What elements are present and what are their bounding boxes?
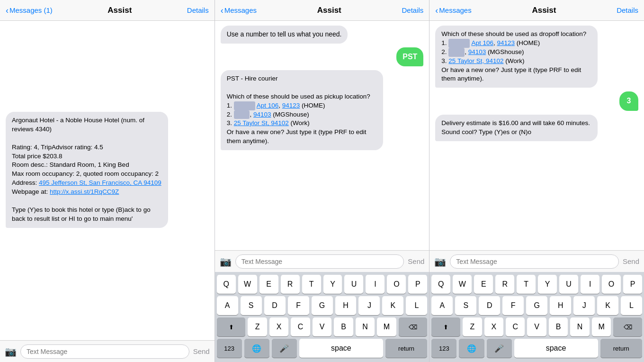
detail-button-2[interactable]: Details xyxy=(402,6,423,14)
key-U[interactable]: U xyxy=(344,275,363,294)
key-3-B[interactable]: B xyxy=(549,317,568,336)
text-input-1[interactable] xyxy=(20,344,189,359)
mic-key-2[interactable]: 🎤 xyxy=(272,339,297,358)
bubble-row-2-3: PST - Hire courier Which of these should… xyxy=(221,70,424,150)
zip-link-3[interactable]: 94123 xyxy=(497,39,515,46)
apt-link-1[interactable]: Apt 106 xyxy=(257,102,279,109)
key-3-D[interactable]: D xyxy=(479,296,500,315)
taylor-st-link-3[interactable]: 25 Taylor St, 94102 xyxy=(448,57,503,64)
bubble-row-hotel-info: Argonaut Hotel - a Noble House Hotel (nu… xyxy=(6,112,209,228)
zip-link-4[interactable]: 94103 xyxy=(468,48,486,55)
key-3-O[interactable]: O xyxy=(602,275,621,294)
key-V[interactable]: V xyxy=(313,317,331,336)
key-3-R[interactable]: R xyxy=(495,275,514,294)
mic-key-3[interactable]: 🎤 xyxy=(487,339,512,358)
camera-icon-1[interactable]: 📷 xyxy=(5,346,17,357)
backspace-key-2[interactable]: ⌫ xyxy=(399,317,428,336)
emoji-key-3[interactable]: 🌐 xyxy=(459,339,484,358)
taylor-st-link[interactable]: 25 Taylor St, 94102 xyxy=(234,119,289,127)
key-3-K[interactable]: K xyxy=(597,296,618,315)
back-button-2[interactable]: ‹ Messages xyxy=(221,6,257,15)
key-D[interactable]: D xyxy=(264,296,286,315)
num-key-3[interactable]: 123 xyxy=(431,339,456,358)
key-L[interactable]: L xyxy=(406,296,427,315)
key-Y[interactable]: Y xyxy=(323,275,342,294)
key-O[interactable]: O xyxy=(387,275,406,294)
hotel-address-link[interactable]: 495 Jefferson St, San Francisco, CA 9410… xyxy=(39,179,161,186)
key-3-E[interactable]: E xyxy=(474,275,493,294)
hotel-webpage-link[interactable]: http://x.assi.st/1RqCC9Z xyxy=(50,188,119,195)
return-key-3[interactable]: return xyxy=(600,339,642,358)
key-Z[interactable]: Z xyxy=(248,317,267,336)
key-T[interactable]: T xyxy=(302,275,321,294)
key-F[interactable]: F xyxy=(288,296,309,315)
zip-link-1[interactable]: 94123 xyxy=(282,102,300,109)
num-key-2[interactable]: 123 xyxy=(217,339,242,358)
camera-icon-3[interactable]: 📷 xyxy=(434,256,446,267)
key-M[interactable]: M xyxy=(377,317,396,336)
hotel-address-label: Address: xyxy=(12,179,39,186)
back-button-3[interactable]: ‹ Messages xyxy=(435,6,471,15)
shift-key-3[interactable]: ⬆ xyxy=(431,317,460,336)
key-C[interactable]: C xyxy=(291,317,310,336)
key-I[interactable]: I xyxy=(366,275,385,294)
key-3-W[interactable]: W xyxy=(453,275,472,294)
key-3-F[interactable]: F xyxy=(502,296,524,315)
input-area-1: 📷 Send xyxy=(0,340,215,362)
key-3-J[interactable]: J xyxy=(573,296,595,315)
hotel-rating: Rating: 4, TripAdvisor rating: 4.5 xyxy=(12,144,103,151)
key-W[interactable]: W xyxy=(238,275,257,294)
key-row-2-4: 123 🌐 🎤 space return xyxy=(217,339,428,358)
emoji-key-2[interactable]: 🌐 xyxy=(244,339,269,358)
key-N[interactable]: N xyxy=(356,317,375,336)
key-Q[interactable]: Q xyxy=(217,275,236,294)
key-B[interactable]: B xyxy=(334,317,353,336)
key-3-C[interactable]: C xyxy=(506,317,525,336)
key-S[interactable]: S xyxy=(241,296,262,315)
send-button-2[interactable]: Send xyxy=(408,257,424,265)
detail-button-3[interactable]: Details xyxy=(617,6,638,14)
key-3-T[interactable]: T xyxy=(517,275,536,294)
text-input-3[interactable] xyxy=(450,254,619,269)
key-P[interactable]: P xyxy=(408,275,427,294)
key-3-P[interactable]: P xyxy=(623,275,642,294)
zip-link-2[interactable]: 94103 xyxy=(253,111,271,118)
key-3-S[interactable]: S xyxy=(455,296,476,315)
key-X[interactable]: X xyxy=(269,317,288,336)
key-R[interactable]: R xyxy=(281,275,300,294)
send-button-3[interactable]: Send xyxy=(623,257,639,265)
key-G[interactable]: G xyxy=(312,296,333,315)
key-H[interactable]: H xyxy=(335,296,357,315)
key-3-Z[interactable]: Z xyxy=(463,317,482,336)
nav-bar-3: ‹ Messages Assist Details xyxy=(429,0,644,21)
text-input-2[interactable] xyxy=(235,254,404,269)
detail-button-1[interactable]: Details xyxy=(187,6,209,14)
bubble-row-hotel-image xyxy=(6,26,209,108)
key-K[interactable]: K xyxy=(382,296,403,315)
key-3-V[interactable]: V xyxy=(527,317,546,336)
return-key-2[interactable]: return xyxy=(385,339,427,358)
key-E[interactable]: E xyxy=(259,275,278,294)
key-3-M[interactable]: M xyxy=(592,317,611,336)
back-button-1[interactable]: ‹ Messages (1) xyxy=(6,6,53,15)
key-3-Q[interactable]: Q xyxy=(431,275,450,294)
key-3-G[interactable]: G xyxy=(526,296,547,315)
key-J[interactable]: J xyxy=(358,296,380,315)
key-3-U[interactable]: U xyxy=(559,275,578,294)
key-3-H[interactable]: H xyxy=(550,296,571,315)
shift-key-2[interactable]: ⬆ xyxy=(217,317,246,336)
key-3-X[interactable]: X xyxy=(484,317,503,336)
space-key-2[interactable]: space xyxy=(299,339,383,358)
key-3-I[interactable]: I xyxy=(581,275,599,294)
camera-icon-2[interactable]: 📷 xyxy=(220,256,232,267)
key-A[interactable]: A xyxy=(217,296,238,315)
apt-link-3[interactable]: Apt 106 xyxy=(471,39,493,46)
input-area-2: 📷 Send xyxy=(215,250,429,272)
backspace-key-3[interactable]: ⌫ xyxy=(613,317,642,336)
space-key-3[interactable]: space xyxy=(514,339,598,358)
key-3-Y[interactable]: Y xyxy=(538,275,557,294)
key-3-L[interactable]: L xyxy=(621,296,642,315)
key-3-A[interactable]: A xyxy=(431,296,453,315)
send-button-1[interactable]: Send xyxy=(193,347,210,355)
key-3-N[interactable]: N xyxy=(570,317,589,336)
